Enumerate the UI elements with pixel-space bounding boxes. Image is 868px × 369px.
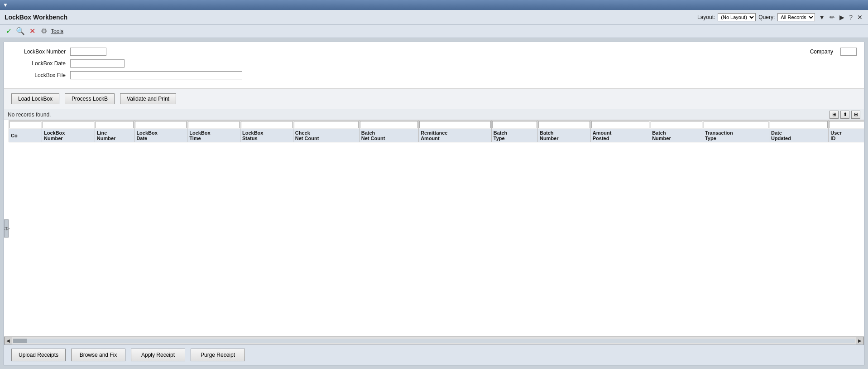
grid-print-icon[interactable]: ⊟ — [851, 111, 860, 119]
horizontal-scrollbar: ◀ ▶ — [4, 336, 864, 345]
cancel-button[interactable]: ✕ — [27, 26, 37, 36]
col-header-batch-net: BatchNet Count — [359, 129, 418, 142]
gear-icon[interactable]: ⚙ — [39, 26, 49, 36]
query-label: Query: — [758, 14, 775, 20]
filter-icon[interactable]: ▼ — [818, 14, 826, 21]
filter-trans-type[interactable] — [704, 121, 768, 128]
edit-icon[interactable]: ✏ — [829, 14, 836, 21]
search-button[interactable]: 🔍 — [15, 26, 25, 36]
grid-header-bar: No records found. ⊞ ⬆ ⊟ — [4, 109, 864, 120]
grid-upload-icon[interactable]: ⬆ — [840, 111, 849, 119]
lockbox-number-row: LockBox Number Company — [11, 48, 857, 56]
filter-batch-num[interactable] — [538, 121, 590, 128]
col-header-lockbox-date: LockBoxDate — [134, 129, 187, 142]
scroll-right-button[interactable]: ▶ — [856, 337, 864, 345]
col-header-batch-number: BatchNumber — [537, 129, 590, 142]
data-grid: Co LockBoxNumber LineNumber LockBoxDate … — [9, 120, 864, 142]
company-label: Company — [810, 49, 833, 55]
filter-date-upd[interactable] — [770, 121, 828, 128]
lockbox-number-input[interactable] — [70, 48, 106, 56]
layout-label: Layout: — [697, 14, 715, 20]
no-records-message: No records found. — [8, 112, 51, 118]
filter-lockbox-number[interactable] — [43, 121, 94, 128]
col-header-remittance: RemittanceAmount — [419, 129, 492, 142]
bottom-button-bar: Upload Receipts Browse and Fix Apply Rec… — [4, 345, 864, 365]
filter-lockbox-status[interactable] — [241, 121, 293, 128]
close-icon[interactable]: ✕ — [856, 14, 863, 21]
upload-receipts-button[interactable]: Upload Receipts — [11, 349, 66, 361]
filter-amount[interactable] — [591, 121, 649, 128]
col-header-user-id: UserID — [829, 129, 864, 142]
company-input[interactable] — [840, 48, 857, 56]
lockbox-file-row: LockBox File — [11, 71, 857, 79]
col-header-co: Co — [9, 129, 42, 142]
filter-row — [9, 121, 864, 129]
app-title: LockBox Workbench — [5, 14, 67, 21]
filter-co[interactable] — [10, 121, 41, 128]
validate-print-button[interactable]: Validate and Print — [120, 93, 176, 104]
load-lockbox-button[interactable]: Load LockBox — [11, 93, 59, 104]
action-button-row: Load LockBox Process LockB Validate and … — [4, 89, 864, 109]
help-icon[interactable]: ? — [848, 14, 854, 21]
col-header-batch-type: BatchType — [491, 129, 537, 142]
col-header-batch-number2: BatchNumber — [650, 129, 703, 142]
confirm-button[interactable]: ✓ — [4, 26, 14, 36]
col-header-check-net: CheckNet Count — [293, 129, 359, 142]
query-select[interactable]: All Records — [777, 13, 815, 21]
layout-select[interactable]: (No Layout) — [718, 13, 756, 21]
filter-line-number[interactable] — [96, 121, 134, 128]
grid-export-icon[interactable]: ⊞ — [830, 111, 839, 119]
filter-lockbox-date[interactable] — [135, 121, 187, 128]
header-controls: Layout: (No Layout) Query: All Records ▼… — [697, 13, 863, 21]
lockbox-date-label: LockBox Date — [11, 60, 66, 67]
scrollbar-thumb[interactable] — [13, 339, 27, 343]
title-bar: ▼ — [0, 0, 868, 10]
filter-lockbox-time[interactable] — [188, 121, 240, 128]
filter-batch-net[interactable] — [360, 121, 418, 128]
column-header-row: Co LockBoxNumber LineNumber LockBoxDate … — [9, 129, 864, 142]
lockbox-file-label: LockBox File — [11, 72, 66, 78]
scrollbar-track[interactable] — [13, 339, 855, 343]
filter-batch-type[interactable] — [492, 121, 537, 128]
grid-container: ◁▷ — [4, 120, 864, 336]
filter-check-net[interactable] — [294, 121, 359, 128]
main-panel: LockBox Number Company LockBox Date Lock… — [4, 42, 864, 365]
tools-menu[interactable]: Tools — [51, 28, 63, 34]
filter-batch-num2[interactable] — [651, 121, 702, 128]
col-header-date-updated: DateUpdated — [769, 129, 828, 142]
lockbox-number-label: LockBox Number — [11, 49, 66, 55]
form-section: LockBox Number Company LockBox Date Lock… — [4, 42, 864, 89]
scroll-left-button[interactable]: ◀ — [4, 337, 12, 345]
title-bar-arrow[interactable]: ▼ — [3, 2, 8, 8]
toolbar: ✓ 🔍 ✕ ⚙ Tools — [0, 24, 868, 38]
left-panel-handle[interactable]: ◁▷ — [4, 219, 9, 238]
col-header-lockbox-number: LockBoxNumber — [42, 129, 95, 142]
lockbox-date-input[interactable] — [70, 59, 125, 68]
purge-receipt-button[interactable]: Purge Receipt — [191, 349, 245, 361]
browse-fix-button[interactable]: Browse and Fix — [71, 349, 125, 361]
grid-section: No records found. ⊞ ⬆ ⊟ ◁▷ — [4, 109, 864, 345]
lockbox-file-input[interactable] — [70, 71, 242, 79]
col-header-lockbox-time: LockBoxTime — [187, 129, 240, 142]
col-header-amount-posted: AmountPosted — [590, 129, 650, 142]
col-header-transaction-type: TransactionType — [703, 129, 769, 142]
apply-receipt-button[interactable]: Apply Receipt — [131, 349, 185, 361]
filter-remit[interactable] — [419, 121, 491, 128]
process-lockb-button[interactable]: Process LockB — [65, 93, 115, 104]
col-header-lockbox-status: LockBoxStatus — [240, 129, 293, 142]
grid-icon-buttons: ⊞ ⬆ ⊟ — [830, 111, 860, 119]
play-icon[interactable]: ▶ — [839, 14, 845, 21]
filter-user[interactable] — [829, 121, 864, 128]
header-bar: LockBox Workbench Layout: (No Layout) Qu… — [0, 10, 868, 24]
col-header-line-number: LineNumber — [95, 129, 134, 142]
lockbox-date-row: LockBox Date — [11, 59, 857, 68]
